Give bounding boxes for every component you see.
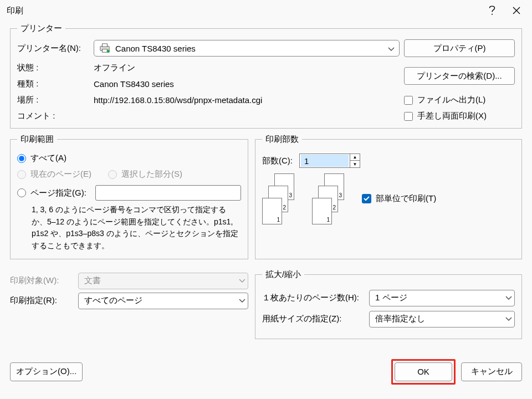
chevron-down-icon — [386, 44, 397, 53]
copies-label: 部数(C): — [262, 156, 293, 166]
printer-name-value: Canon TS8430 series — [115, 44, 386, 53]
collate-checkbox[interactable]: 部単位で印刷(T) — [362, 193, 436, 204]
zoom-group: 拡大/縮小 １枚あたりのページ数(H): 1 ページ 用紙サイズの指定(Z): … — [255, 269, 522, 339]
cancel-button[interactable]: キャンセル — [461, 362, 522, 381]
close-button[interactable] — [504, 2, 529, 19]
print-target-label: 印刷対象(W): — [10, 275, 74, 286]
printer-group: プリンター プリンター名(N): Canon TS8430 series プロパ… — [10, 23, 522, 129]
chevron-down-icon — [505, 296, 512, 300]
copies-value: 1 — [301, 155, 349, 167]
window-title: 印刷 — [7, 6, 480, 16]
zoom-legend: 拡大/縮小 — [262, 269, 304, 280]
find-printer-button[interactable]: プリンターの検索(D)... — [404, 67, 515, 85]
range-all-radio[interactable]: すべて(A) — [17, 153, 241, 163]
type-label: 種類 : — [17, 79, 89, 89]
range-selection-radio: 選択した部分(S) — [108, 169, 182, 180]
range-legend: 印刷範囲 — [17, 134, 57, 145]
paper-size-label: 用紙サイズの指定(Z): — [262, 314, 365, 324]
range-current-radio: 現在のページ(E) — [17, 169, 91, 180]
range-pages-input[interactable] — [95, 185, 241, 201]
collate-figure-2: 3 2 1 — [312, 173, 351, 223]
spinner-up-icon[interactable]: ▲ — [350, 154, 360, 161]
print-spec-label: 印刷指定(R): — [10, 295, 74, 306]
copies-spinner[interactable]: 1 ▲▼ — [299, 154, 360, 168]
printer-name-label: プリンター名(N): — [17, 43, 89, 54]
svg-rect-3 — [103, 49, 108, 52]
checkbox-checked-icon — [362, 194, 371, 203]
pages-per-sheet-select[interactable]: 1 ページ — [369, 290, 515, 306]
chevron-down-icon — [505, 317, 512, 321]
location-label: 場所 : — [17, 95, 89, 105]
range-group: 印刷範囲 すべて(A) 現在のページ(E) 選択した部分(S) ページ指定(G)… — [10, 134, 248, 259]
pages-per-sheet-label: １枚あたりのページ数(H): — [262, 293, 365, 303]
status-label: 状態 : — [17, 63, 89, 73]
location-value: http://192.168.0.15:80/wsd/pnpx-metadata… — [94, 95, 400, 105]
copies-legend: 印刷部数 — [262, 134, 302, 145]
svg-point-4 — [107, 50, 110, 53]
print-target-select: 文書 — [78, 273, 248, 289]
paper-size-select[interactable]: 倍率指定なし — [369, 311, 515, 328]
help-button[interactable] — [480, 2, 504, 19]
chevron-down-icon — [239, 279, 245, 283]
svg-rect-2 — [103, 44, 108, 47]
status-value: オフライン — [94, 63, 400, 73]
ok-button[interactable]: OK — [395, 362, 452, 381]
manual-duplex-checkbox[interactable]: 手差し両面印刷(X) — [404, 111, 515, 121]
range-pages-radio[interactable]: ページ指定(G): — [17, 185, 241, 201]
print-spec-select[interactable]: すべてのページ — [78, 293, 248, 309]
printer-icon — [99, 43, 111, 53]
collate-figure-1: 3 2 1 — [262, 173, 301, 223]
properties-button[interactable]: プロパティ(P) — [404, 39, 515, 57]
printer-name-select[interactable]: Canon TS8430 series — [94, 40, 400, 57]
printer-legend: プリンター — [17, 23, 65, 34]
range-hint: 1, 3, 6 のようにページ番号をコンマで区切って指定するか、5–12 のよう… — [32, 204, 241, 252]
spinner-down-icon[interactable]: ▼ — [350, 161, 360, 167]
comment-label: コメント : — [17, 111, 89, 121]
chevron-down-icon — [239, 299, 245, 303]
options-button[interactable]: オプション(O)... — [10, 362, 83, 381]
svg-point-0 — [492, 14, 493, 15]
type-value: Canon TS8430 series — [94, 79, 400, 89]
copies-group: 印刷部数 部数(C): 1 ▲▼ 3 2 1 3 2 1 部単位で印刷(T) — [255, 134, 522, 259]
print-to-file-checkbox[interactable]: ファイルへ出力(L) — [404, 95, 515, 105]
